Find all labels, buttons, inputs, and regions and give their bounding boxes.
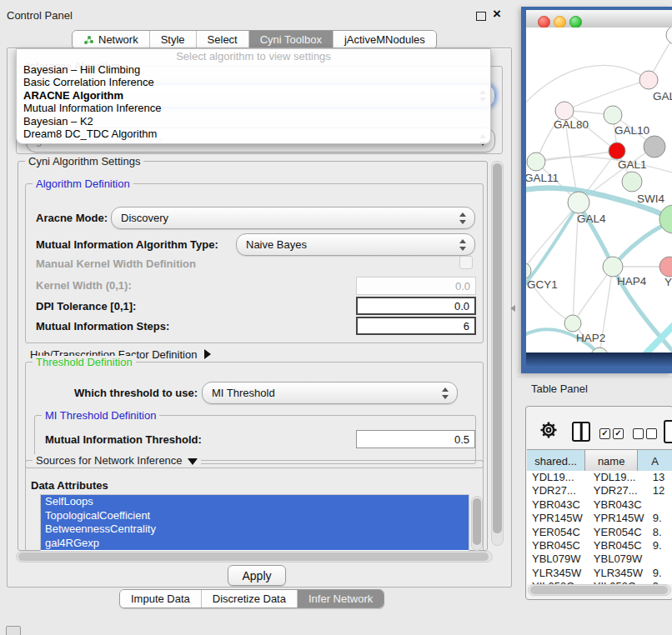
popup-item[interactable]: Basic Correlation Inference <box>17 76 490 88</box>
network-node-gal4[interactable] <box>568 192 589 213</box>
table-cell: YBR045C <box>589 539 644 552</box>
table-horizontal-scrollbar[interactable] <box>528 584 671 596</box>
network-node-gal80[interactable] <box>555 102 574 120</box>
minimize-traffic-light[interactable] <box>554 16 566 28</box>
collapse-down-icon[interactable] <box>188 458 198 465</box>
network-node-gal1[interactable] <box>609 142 625 159</box>
attribute-list-item[interactable]: TopologicalCoefficient <box>41 509 469 523</box>
attribute-list-item[interactable]: BetweennessCentrality <box>41 522 469 537</box>
application-window: Control Panel × NetworkStyleSelectCyni T… <box>0 0 672 635</box>
table-row[interactable]: YBR045CYBR045C9. <box>527 539 672 552</box>
scrollbar-thumb[interactable] <box>18 552 489 561</box>
table-row[interactable]: YDR27...YDR27...12 <box>527 484 672 498</box>
combo-value: Discovery <box>121 212 168 224</box>
settings-horizontal-scrollbar[interactable] <box>16 551 493 562</box>
mi-steps-label: Mutual Information Steps: <box>36 320 169 332</box>
bottom-tab-bar: Impute DataDiscretize DataInfer Network <box>119 589 384 608</box>
float-window-icon[interactable] <box>476 12 486 21</box>
tab-infer-network[interactable]: Infer Network <box>297 590 384 608</box>
column-header[interactable]: shared... <box>527 449 585 472</box>
document-icon[interactable] <box>664 420 672 443</box>
gear-icon[interactable] <box>539 420 559 440</box>
kernel-width-field[interactable]: 0.0 <box>356 277 476 295</box>
manual-kernel-checkbox[interactable] <box>459 256 473 269</box>
table-row[interactable]: YER054CYER054C8. <box>527 526 672 539</box>
table-row[interactable]: YBR043CYBR043C <box>527 498 672 512</box>
table-cell: YBR045C <box>527 539 589 552</box>
network-node-hap4[interactable] <box>603 257 623 277</box>
column-layout-icon[interactable] <box>572 422 590 442</box>
node-label: Y <box>664 276 672 288</box>
dpi-tolerance-field[interactable]: 0.0 <box>356 297 476 315</box>
checked-checkbox-icon[interactable]: ✓ <box>613 428 624 439</box>
mi-steps-field[interactable]: 6 <box>356 317 476 335</box>
network-node-y[interactable] <box>659 257 672 277</box>
aracne-mode-combobox[interactable]: Discovery <box>111 207 475 229</box>
table-row[interactable]: YDL19...YDL19...13 <box>527 471 672 484</box>
control-panel-body: Inference Algorithm gal-filtered sif def… <box>7 48 512 588</box>
settings-vertical-scrollbar[interactable] <box>491 161 504 546</box>
minimized-panel-chip[interactable] <box>6 626 21 635</box>
unchecked-checkbox-icon[interactable] <box>646 428 657 439</box>
mi-threshold-field[interactable]: 0.5 <box>356 430 475 448</box>
network-canvas[interactable]: GALGAL80GAL10GAL1SWI4GAL11GAL4GCY1HAP4YH… <box>526 28 672 352</box>
node-table: ✓ ✓ shared...nameA YDL19...YDL19...13YDR… <box>525 406 672 600</box>
divider <box>517 377 672 378</box>
network-node-gal11[interactable] <box>527 152 545 171</box>
popup-item[interactable]: Mutual Information Inference <box>17 102 490 114</box>
popup-item[interactable]: Bayesian – K2 <box>17 115 490 128</box>
close-icon[interactable]: × <box>493 6 501 22</box>
popup-item[interactable]: ARACNE Algorithm <box>17 89 490 102</box>
table-row[interactable]: YLR345WYLR345W9. <box>527 567 672 580</box>
network-node[interactable] <box>666 28 672 44</box>
scrollbar-thumb[interactable] <box>473 498 481 545</box>
tab-select[interactable]: Select <box>196 31 248 48</box>
popup-item[interactable]: Dream8 DC_TDC Algorithm <box>17 128 490 140</box>
column-header[interactable]: A <box>638 449 672 472</box>
scrollbar-thumb[interactable] <box>530 586 668 594</box>
which-threshold-combobox[interactable]: MI Threshold <box>202 382 458 404</box>
list-vertical-scrollbar[interactable] <box>471 496 483 551</box>
network-node-hap2[interactable] <box>564 315 581 332</box>
combo-arrows-icon <box>459 239 467 251</box>
network-node[interactable] <box>659 205 672 233</box>
network-node[interactable] <box>644 136 665 158</box>
network-node-gal10[interactable] <box>604 106 622 124</box>
network-node-gal[interactable] <box>639 71 658 89</box>
tab-discretize-data[interactable]: Discretize Data <box>201 590 297 608</box>
table-cell: 13 <box>644 471 672 484</box>
table-cell: YBL079W <box>527 552 589 566</box>
mi-type-combobox[interactable]: Naive Bayes <box>236 233 475 256</box>
table-row[interactable]: YPR145WYPR145W9. <box>527 512 672 525</box>
checked-checkbox-icon[interactable]: ✓ <box>599 428 610 439</box>
unchecked-checkbox-icon[interactable] <box>633 428 644 439</box>
kernel-width-label: Kernel Width (0,1): <box>36 279 132 292</box>
apply-label: Apply <box>242 569 271 582</box>
tab-jactivemnodules[interactable]: jActiveMNodules <box>333 31 436 48</box>
table-cell: YPR145W <box>527 512 589 525</box>
network-node-swi4[interactable] <box>622 172 642 192</box>
attribute-list-item[interactable]: SelfLoops <box>41 495 469 509</box>
apply-button[interactable]: Apply <box>228 565 286 586</box>
splitpane-collapse-icon[interactable] <box>510 305 515 312</box>
close-traffic-light[interactable] <box>538 16 550 28</box>
sources-title: Sources for Network Inference <box>36 454 183 467</box>
network-window-bottom-border <box>526 352 672 373</box>
column-header[interactable]: name <box>585 449 638 472</box>
popup-item[interactable]: Bayesian – Hill Climbing <box>17 63 490 76</box>
mi-type-label: Mutual Information Algorithm Type: <box>36 238 218 251</box>
which-threshold-label: Which threshold to use: <box>74 387 198 399</box>
mi-threshold-label: Mutual Information Threshold: <box>45 433 202 446</box>
tab-network[interactable]: Network <box>73 31 149 48</box>
tab-style[interactable]: Style <box>149 31 196 48</box>
zoom-traffic-light[interactable] <box>569 16 582 28</box>
table-row[interactable]: YBL079WYBL079W <box>527 552 672 566</box>
scrollbar-thumb[interactable] <box>493 163 502 533</box>
network-window-titlebar[interactable] <box>526 10 672 28</box>
tab-cyni-toolbox[interactable]: Cyni Toolbox <box>248 31 333 48</box>
tab-impute-data[interactable]: Impute Data <box>120 590 201 608</box>
attribute-list-item[interactable]: gal4RGexp <box>41 537 469 551</box>
group-title: MI Threshold Definition <box>42 409 159 422</box>
data-attributes-list[interactable]: SelfLoopsTopologicalCoefficientBetweenne… <box>40 494 469 552</box>
expand-right-icon[interactable] <box>204 349 211 359</box>
